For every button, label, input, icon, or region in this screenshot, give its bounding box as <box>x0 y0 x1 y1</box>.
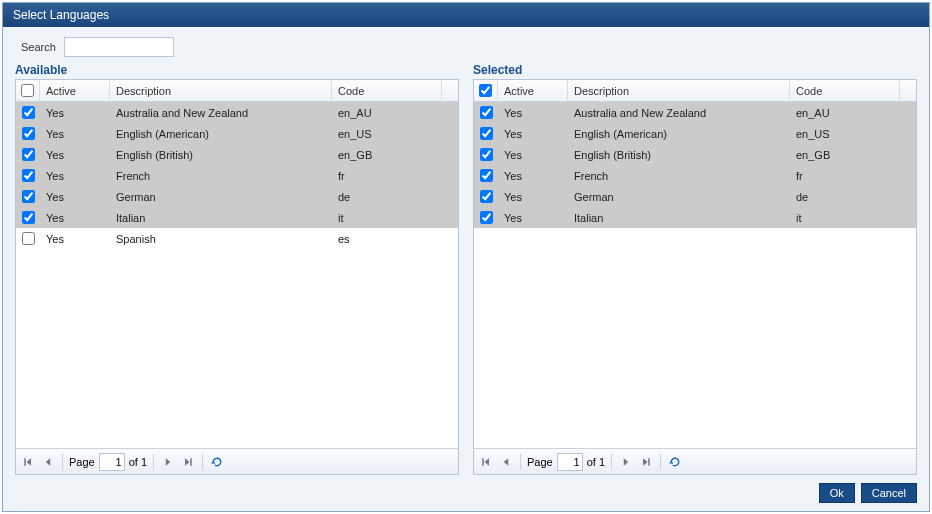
dialog-title-text: Select Languages <box>13 8 109 22</box>
column-header-description[interactable]: Description <box>568 80 790 101</box>
row-checkbox[interactable] <box>480 127 493 140</box>
pager-page-input[interactable] <box>99 453 125 471</box>
row-code: fr <box>790 165 900 186</box>
column-header-description[interactable]: Description <box>110 80 332 101</box>
pager-separator <box>520 454 521 470</box>
row-checkbox[interactable] <box>22 190 35 203</box>
row-checkbox-cell <box>474 102 498 123</box>
row-checkbox-cell <box>474 165 498 186</box>
row-checkbox-cell <box>474 144 498 165</box>
table-row[interactable]: YesItalianit <box>474 207 916 228</box>
ok-button[interactable]: Ok <box>819 483 855 503</box>
next-page-icon[interactable] <box>618 454 634 470</box>
column-header-code[interactable]: Code <box>332 80 442 101</box>
available-header-checkbox-cell <box>16 80 40 101</box>
available-title: Available <box>15 63 459 77</box>
table-row[interactable]: YesAustralia and New Zealanden_AU <box>16 102 458 123</box>
prev-page-icon[interactable] <box>40 454 56 470</box>
selected-select-all-checkbox[interactable] <box>479 84 492 97</box>
next-page-icon[interactable] <box>160 454 176 470</box>
available-select-all-checkbox[interactable] <box>21 84 34 97</box>
dialog-title: Select Languages <box>3 3 929 27</box>
row-active: Yes <box>40 123 110 144</box>
prev-page-icon[interactable] <box>498 454 514 470</box>
row-description: German <box>110 186 332 207</box>
row-active: Yes <box>40 207 110 228</box>
row-active: Yes <box>40 186 110 207</box>
row-checkbox[interactable] <box>22 211 35 224</box>
row-description: English (British) <box>568 144 790 165</box>
row-end <box>442 165 458 186</box>
pager-separator <box>611 454 612 470</box>
row-code: en_US <box>790 123 900 144</box>
table-row[interactable]: YesEnglish (American)en_US <box>16 123 458 144</box>
pager-page-input[interactable] <box>557 453 583 471</box>
row-checkbox-cell <box>16 123 40 144</box>
table-row[interactable]: YesFrenchfr <box>16 165 458 186</box>
table-row[interactable]: YesEnglish (British)en_GB <box>16 144 458 165</box>
row-description: Italian <box>568 207 790 228</box>
table-row[interactable]: YesItalianit <box>16 207 458 228</box>
selected-pager: Page of 1 <box>474 448 916 474</box>
row-code: de <box>332 186 442 207</box>
row-active: Yes <box>498 165 568 186</box>
available-grid-body: YesAustralia and New Zealanden_AUYesEngl… <box>16 102 458 448</box>
table-row[interactable]: YesFrenchfr <box>474 165 916 186</box>
row-checkbox-cell <box>16 165 40 186</box>
refresh-icon[interactable] <box>209 454 225 470</box>
row-code: en_GB <box>790 144 900 165</box>
row-checkbox[interactable] <box>22 106 35 119</box>
refresh-icon[interactable] <box>667 454 683 470</box>
last-page-icon[interactable] <box>638 454 654 470</box>
row-end <box>900 207 916 228</box>
row-checkbox-cell <box>16 186 40 207</box>
selected-header-checkbox-cell <box>474 80 498 101</box>
row-description: French <box>568 165 790 186</box>
row-description: Australia and New Zealand <box>110 102 332 123</box>
column-header-code[interactable]: Code <box>790 80 900 101</box>
row-end <box>900 165 916 186</box>
row-checkbox[interactable] <box>480 106 493 119</box>
row-end <box>900 123 916 144</box>
pager-separator <box>62 454 63 470</box>
row-checkbox[interactable] <box>22 169 35 182</box>
row-active: Yes <box>498 144 568 165</box>
first-page-icon[interactable] <box>478 454 494 470</box>
table-row[interactable]: YesGermande <box>16 186 458 207</box>
row-checkbox-cell <box>16 144 40 165</box>
row-checkbox-cell <box>474 207 498 228</box>
table-row[interactable]: YesEnglish (American)en_US <box>474 123 916 144</box>
table-row[interactable]: YesSpanishes <box>16 228 458 249</box>
row-description: English (British) <box>110 144 332 165</box>
row-checkbox[interactable] <box>22 148 35 161</box>
row-checkbox[interactable] <box>480 211 493 224</box>
row-code: es <box>332 228 442 249</box>
row-checkbox[interactable] <box>22 232 35 245</box>
row-active: Yes <box>40 228 110 249</box>
first-page-icon[interactable] <box>20 454 36 470</box>
table-row[interactable]: YesAustralia and New Zealanden_AU <box>474 102 916 123</box>
row-code: fr <box>332 165 442 186</box>
cancel-button[interactable]: Cancel <box>861 483 917 503</box>
row-checkbox[interactable] <box>480 190 493 203</box>
column-header-active[interactable]: Active <box>498 80 568 101</box>
column-header-active[interactable]: Active <box>40 80 110 101</box>
row-code: en_AU <box>332 102 442 123</box>
available-grid-header: Active Description Code <box>16 80 458 102</box>
row-code: it <box>790 207 900 228</box>
row-description: German <box>568 186 790 207</box>
row-checkbox[interactable] <box>22 127 35 140</box>
last-page-icon[interactable] <box>180 454 196 470</box>
row-checkbox-cell <box>16 207 40 228</box>
row-active: Yes <box>498 207 568 228</box>
table-row[interactable]: YesGermande <box>474 186 916 207</box>
dialog-body: Search Available Active Description Code <box>3 27 929 511</box>
table-row[interactable]: YesEnglish (British)en_GB <box>474 144 916 165</box>
row-checkbox[interactable] <box>480 148 493 161</box>
row-code: en_AU <box>790 102 900 123</box>
row-checkbox[interactable] <box>480 169 493 182</box>
search-input[interactable] <box>64 37 174 57</box>
pager-page-label: Page <box>527 456 553 468</box>
row-checkbox-cell <box>474 186 498 207</box>
row-end <box>442 144 458 165</box>
